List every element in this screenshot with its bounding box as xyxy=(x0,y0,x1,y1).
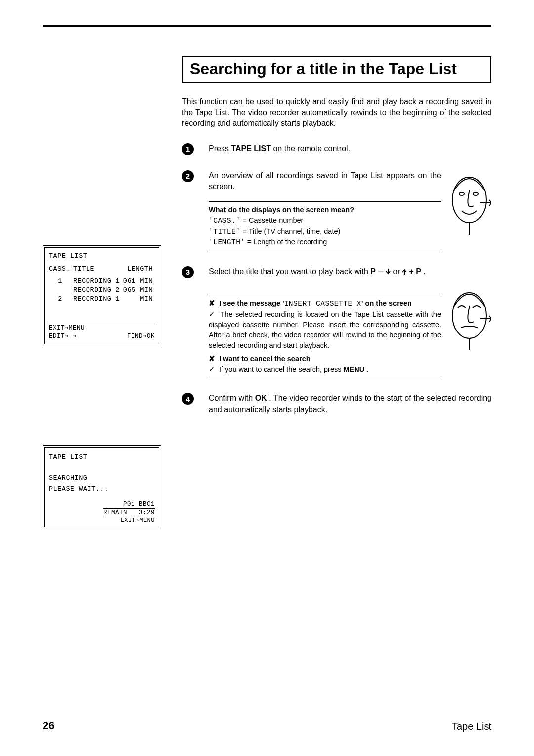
step-1: 1 Press TAPE LIST on the remote control. xyxy=(182,143,491,155)
osd1-h-cass: CASS. xyxy=(49,265,73,274)
svg-point-3 xyxy=(452,293,486,338)
osd1-title: TAPE LIST xyxy=(49,252,155,261)
arrow-down-icon xyxy=(386,269,391,275)
svg-point-1 xyxy=(459,192,464,195)
osd1-edit: EDIT➔ ➔ xyxy=(49,332,85,341)
table-row: 1 RECORDING 1 061 MIN xyxy=(49,277,155,285)
osd1-h-title: TITLE xyxy=(73,265,115,274)
step-4: 4 Confirm with OK . The video recorder w… xyxy=(182,393,491,415)
face-icon xyxy=(447,170,491,235)
osd1-exit: EXIT➔MENU xyxy=(49,324,85,332)
step4-pre: Confirm with xyxy=(209,394,255,402)
step-bullet: 2 xyxy=(182,170,194,182)
infobox-question: What do the displays on the screen mean? xyxy=(209,205,441,215)
page: TAPE LIST CASS. TITLE LENGTH 1 RECORDING… xyxy=(0,0,534,756)
x-icon: ✘ xyxy=(209,355,215,363)
step-3: 3 Select the title that you want to play… xyxy=(182,266,491,378)
osd2-remain-label: REMAIN xyxy=(103,509,127,516)
check-icon: ✓ xyxy=(209,365,215,373)
face-icon xyxy=(447,286,491,350)
step1-pre: Press xyxy=(209,144,231,153)
svg-point-0 xyxy=(452,177,486,223)
osd1-find: FIND➔OK xyxy=(127,332,155,341)
osd2-remain-value: 3:29 xyxy=(139,509,155,516)
table-row: RECORDING 2 065 MIN xyxy=(49,286,155,295)
page-number: 26 xyxy=(43,719,54,732)
step1-post: on the remote control. xyxy=(273,144,350,153)
right-column: Searching for a title in the Tape List T… xyxy=(182,56,491,430)
check-icon: ✓ xyxy=(209,310,216,318)
osd2-searching: SEARCHING xyxy=(49,473,155,484)
step3-tips: ✘ I see the message 'INSERT CASSETTE X' … xyxy=(209,295,441,378)
step3-post: . xyxy=(423,267,425,276)
step3-pre: Select the title that you want to play b… xyxy=(209,267,370,276)
intro-text: This function can be used to quickly and… xyxy=(182,96,491,129)
osd2-channel: P01 BBC1 xyxy=(103,500,155,508)
osd2-wait: PLEASE WAIT... xyxy=(49,484,155,495)
step2-infobox: What do the displays on the screen mean?… xyxy=(209,201,441,251)
osd2-title: TAPE LIST xyxy=(49,452,155,463)
step3-mid: or xyxy=(393,267,402,276)
svg-point-2 xyxy=(473,192,478,195)
x-icon: ✘ xyxy=(209,299,215,307)
main-columns: TAPE LIST CASS. TITLE LENGTH 1 RECORDING… xyxy=(43,56,491,529)
button-p-up: + P xyxy=(402,267,421,276)
footer-section: Tape List xyxy=(452,721,491,732)
osd2-exit: EXIT➔MENU xyxy=(103,517,155,525)
table-row: 2 RECORDING 1 MIN xyxy=(49,295,155,304)
page-footer: 26 Tape List xyxy=(43,719,491,732)
section-title: Searching for a title in the Tape List xyxy=(182,56,491,83)
tip2-question: I want to cancel the search xyxy=(219,355,311,363)
step-bullet: 4 xyxy=(182,393,194,405)
osd1-h-length: LENGTH xyxy=(122,265,155,274)
button-tape-list: TAPE LIST xyxy=(231,144,271,153)
osd1-table: CASS. TITLE LENGTH 1 RECORDING 1 061 MIN xyxy=(49,265,155,304)
left-column: TAPE LIST CASS. TITLE LENGTH 1 RECORDING… xyxy=(43,56,176,529)
face-illustration xyxy=(447,170,491,235)
osd1-header-row: CASS. TITLE LENGTH xyxy=(49,265,155,274)
tip1-answer: The selected recording is located on the… xyxy=(209,310,441,349)
face-illustration xyxy=(447,286,491,350)
top-rule xyxy=(43,25,491,27)
button-p-down: P ─ xyxy=(370,267,391,276)
arrow-up-icon xyxy=(402,269,407,275)
step2-text: An overview of all recordings saved in T… xyxy=(209,170,441,192)
button-menu: MENU xyxy=(344,365,365,373)
step-2: 2 An overview of all recordings saved in… xyxy=(182,170,491,251)
button-ok: OK xyxy=(255,394,267,402)
step-bullet: 3 xyxy=(182,266,194,278)
osd-tape-list: TAPE LIST CASS. TITLE LENGTH 1 RECORDING… xyxy=(43,245,161,346)
step-bullet: 1 xyxy=(182,143,194,155)
osd-searching: TAPE LIST SEARCHING PLEASE WAIT... P01 B… xyxy=(43,445,161,529)
